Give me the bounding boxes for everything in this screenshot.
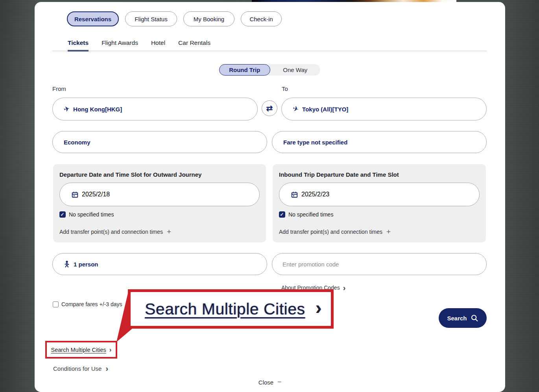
subtab-car-rentals[interactable]: Car Rentals [178,39,210,52]
subtab-flight-awards[interactable]: Flight Awards [102,39,138,52]
callout-multi-city-label: Search Multiple Cities [145,300,305,318]
search-multiple-cities-highlight: Search Multiple Cities › [45,341,117,359]
booking-modal: Reservations Flight Status My Booking Ch… [35,2,505,392]
calendar-icon [291,191,298,198]
chevron-right-icon: › [316,300,322,315]
swap-route-button[interactable]: ⇄ [262,100,277,116]
calendar-icon [72,191,78,198]
cabin-class-value: Economy [64,139,90,146]
inbound-no-times-row: No specified times [279,211,480,218]
toggle-one-way[interactable]: One Way [270,64,321,76]
inbound-transfer-label: Add transfer point(s) and connection tim… [279,229,382,235]
compare-fares-row: Compare fares +/-3 days [53,301,122,307]
toggle-round-trip[interactable]: Round Trip [219,64,270,76]
from-field[interactable]: ✈ Hong Kong[HKG] [52,98,258,120]
promo-code-field [272,253,487,275]
booking-page: { "colors": { "navy": "#16246a", "select… [0,0,539,392]
conditions-for-use-label: Conditions for Use [53,365,102,372]
inbound-date-field[interactable]: 2025/2/23 [279,183,480,206]
search-button-label: Search [447,315,467,322]
search-multiple-cities-link[interactable]: Search Multiple Cities [51,347,106,353]
subtab-hotel[interactable]: Hotel [151,39,165,52]
cabin-class-field[interactable]: Economy [52,131,267,153]
search-icon [471,314,478,322]
chevron-right-icon: › [109,346,112,353]
close-button[interactable]: Close − [35,378,505,386]
chevron-right-icon: › [343,284,346,292]
close-label: Close [258,379,273,386]
outbound-add-transfer-link[interactable]: Add transfer point(s) and connection tim… [59,227,260,236]
sub-tab-bar: Tickets Flight Awards Hotel Car Rentals [68,39,210,52]
to-value: Tokyo (All)[TYO] [302,106,348,113]
inbound-add-transfer-link[interactable]: Add transfer point(s) and connection tim… [279,227,480,236]
fare-type-field[interactable]: Fare type not specified [272,131,487,153]
inbound-date-panel: Inbound Trip Departure Date and Time Slo… [273,164,486,242]
from-label: From [52,85,66,92]
outbound-date-field[interactable]: 2025/2/18 [59,183,260,206]
inbound-date-value: 2025/2/23 [301,191,329,198]
passengers-value: 1 person [74,261,98,268]
trip-type-toggle: Round Trip One Way [219,64,320,76]
inbound-no-times-label: No specified times [288,211,333,218]
from-value: Hong Kong[HKG] [73,106,122,113]
to-field[interactable]: ✈ Tokyo (All)[TYO] [281,98,487,120]
minus-icon: − [277,378,281,386]
fare-type-value: Fare type not specified [283,139,347,146]
outbound-no-times-row: No specified times [59,211,260,218]
compare-fares-checkbox[interactable] [53,301,59,307]
plane-landing-icon: ✈ [292,105,300,113]
inbound-no-times-checkbox[interactable] [279,211,285,218]
plus-icon: + [167,227,171,236]
top-tab-bar: Reservations Flight Status My Booking Ch… [67,11,282,26]
plane-takeoff-icon: ✈ [63,105,70,113]
person-icon [64,261,70,268]
tab-flight-status[interactable]: Flight Status [125,11,177,26]
plus-icon: + [386,227,391,236]
tab-reservations[interactable]: Reservations [67,11,119,26]
outbound-date-panel: Departure Date and Time Slot for Outward… [53,164,266,242]
outbound-no-times-checkbox[interactable] [59,211,66,218]
subtab-divider [52,51,487,51]
outbound-panel-title: Departure Date and Time Slot for Outward… [59,171,260,178]
swap-icon: ⇄ [266,104,273,113]
subtab-tickets[interactable]: Tickets [68,39,89,52]
promo-code-input[interactable] [272,253,486,275]
conditions-for-use-link[interactable]: Conditions for Use › [53,364,108,372]
compare-fares-label: Compare fares +/-3 days [61,301,122,307]
zoom-callout-box: Search Multiple Cities › [128,289,334,329]
chevron-right-icon: › [105,364,108,372]
search-button[interactable]: Search [439,308,487,328]
outbound-no-times-label: No specified times [69,211,114,218]
to-label: To [282,85,288,92]
outbound-transfer-label: Add transfer point(s) and connection tim… [59,229,163,235]
outbound-date-value: 2025/2/18 [82,191,110,198]
passengers-field[interactable]: 1 person [52,253,267,275]
inbound-panel-title: Inbound Trip Departure Date and Time Slo… [279,171,480,178]
tab-my-booking[interactable]: My Booking [183,11,234,26]
tab-check-in[interactable]: Check-in [241,11,282,26]
